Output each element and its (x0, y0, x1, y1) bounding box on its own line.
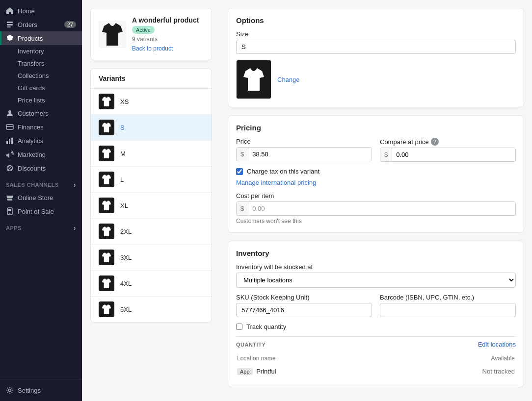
svg-rect-0 (7, 22, 13, 23)
compare-info-icon[interactable]: ? (431, 138, 439, 146)
price-field: Price $ (236, 138, 372, 162)
inventory-title: Inventory (236, 249, 516, 257)
product-name: A wonderful product (132, 16, 204, 24)
variant-thumb (99, 276, 114, 291)
sidebar-item-label: Point of Sale (18, 208, 54, 215)
quantity-table: Location name Available App Printful Not… (236, 352, 516, 379)
variant-thumb (99, 146, 114, 161)
variant-item-4xl[interactable]: 4XL (91, 271, 212, 297)
sidebar-subitem-collections[interactable]: Collections (0, 70, 82, 82)
cost-prefix: $ (237, 202, 248, 215)
sku-input[interactable] (236, 303, 372, 317)
sidebar-subitem-gift-cards[interactable]: Gift cards (0, 82, 82, 94)
sales-channels-label: Sales channels › (0, 175, 82, 191)
sidebar-item-settings[interactable]: Settings (0, 383, 82, 397)
variant-item-3xl[interactable]: 3XL (91, 245, 212, 271)
location-select[interactable]: Multiple locations (236, 273, 516, 288)
manage-international-link[interactable]: Manage international pricing (236, 179, 316, 186)
sidebar-item-label: Analytics (18, 137, 43, 145)
track-quantity-checkbox[interactable] (236, 324, 242, 330)
variant-thumb (99, 198, 114, 213)
sidebar-item-label: Customers (18, 110, 49, 117)
location-cell: App Printful (237, 365, 388, 378)
marketing-icon (6, 150, 14, 158)
variant-label: M (120, 150, 126, 157)
sidebar-item-products[interactable]: Products (0, 31, 82, 45)
sidebar-item-orders[interactable]: Orders 27 (0, 18, 82, 31)
sidebar-item-discounts[interactable]: Discounts (0, 161, 82, 175)
product-thumbnail (99, 21, 126, 48)
sidebar-bottom: Settings (0, 379, 82, 397)
sidebar-item-analytics[interactable]: Analytics (0, 134, 82, 148)
barcode-input[interactable] (380, 303, 516, 317)
right-panel: Options Size Change Pricing Price (220, 0, 532, 401)
options-card: Options Size Change (228, 8, 524, 107)
variant-item-m[interactable]: M (91, 141, 212, 167)
pos-icon (6, 207, 14, 215)
cost-input[interactable] (248, 202, 515, 215)
edit-locations-link[interactable]: Edit locations (478, 341, 516, 348)
location-col-header: Location name (237, 353, 388, 364)
variant-label: S (120, 124, 125, 131)
product-header-card: A wonderful product Active 9 variants Ba… (90, 8, 212, 60)
variant-item-s[interactable]: S (91, 115, 212, 141)
stocked-at-label: Inventory will be stocked at (236, 263, 516, 271)
variant-thumb (99, 120, 114, 135)
apps-label: Apps › (0, 218, 82, 234)
sidebar-item-customers[interactable]: Customers (0, 106, 82, 120)
store-icon (6, 194, 14, 201)
sidebar-item-online-store[interactable]: Online Store (0, 191, 82, 204)
variant-item-5xl[interactable]: 5XL (91, 297, 212, 322)
pricing-title: Pricing (236, 124, 516, 132)
variant-item-2xl[interactable]: 2XL (91, 219, 212, 245)
price-input[interactable] (248, 148, 372, 161)
svg-rect-13 (7, 199, 12, 200)
product-status-badge: Active (132, 26, 155, 34)
variant-label: 5XL (120, 306, 132, 313)
sidebar-subitem-inventory[interactable]: Inventory (0, 45, 82, 57)
variant-item-xl[interactable]: XL (91, 193, 212, 219)
sku-barcode-row: SKU (Stock Keeping Unit) Barcode (ISBN, … (236, 294, 516, 317)
sidebar-item-marketing[interactable]: Marketing (0, 148, 82, 161)
variant-thumb (99, 94, 114, 109)
svg-point-3 (8, 110, 11, 113)
sales-channels-expand[interactable]: › (74, 181, 76, 189)
compare-input[interactable] (392, 148, 515, 161)
variant-label: L (120, 176, 124, 183)
apps-expand[interactable]: › (74, 224, 76, 232)
pricing-card: Pricing Price $ Compare at price ? $ (228, 115, 524, 233)
compare-prefix: $ (380, 148, 392, 161)
compare-price-field: Compare at price ? $ (380, 138, 516, 162)
sidebar-subitem-transfers[interactable]: Transfers (0, 57, 82, 70)
sidebar-item-pos[interactable]: Point of Sale (0, 204, 82, 218)
svg-rect-2 (7, 26, 11, 27)
change-image-link[interactable]: Change (277, 76, 300, 83)
charge-tax-row: Charge tax on this variant (236, 168, 516, 175)
sidebar-item-label: Online Store (18, 194, 53, 201)
sidebar-item-finances[interactable]: Finances (0, 120, 82, 134)
options-title: Options (236, 16, 516, 25)
charge-tax-label: Charge tax on this variant (247, 168, 319, 175)
size-variant-image (236, 60, 271, 99)
sidebar-subitem-price-lists[interactable]: Price lists (0, 94, 82, 106)
back-to-product-link[interactable]: Back to product (132, 45, 173, 52)
sidebar: Home Orders 27 Products Inventory Transf… (0, 0, 82, 401)
variant-item-l[interactable]: L (91, 167, 212, 193)
sidebar-item-home[interactable]: Home (0, 4, 82, 18)
price-label: Price (236, 138, 372, 145)
size-input[interactable] (236, 40, 516, 54)
sidebar-item-label: Finances (18, 124, 44, 131)
charge-tax-checkbox[interactable] (236, 168, 243, 175)
sku-field: SKU (Stock Keeping Unit) (236, 294, 372, 317)
variant-thumb (99, 301, 114, 317)
cost-note: Customers won't see this (236, 218, 516, 225)
svg-rect-8 (11, 138, 13, 144)
available-value: Not tracked (482, 368, 515, 375)
sku-label: SKU (Stock Keeping Unit) (236, 294, 372, 301)
sub-item-label: Gift cards (18, 84, 45, 92)
variant-item-xs[interactable]: XS (91, 89, 212, 115)
quantity-row: App Printful Not tracked (237, 365, 515, 378)
size-image-container: Change (236, 60, 516, 99)
compare-label: Compare at price (380, 138, 429, 146)
app-tag: App (237, 368, 253, 375)
